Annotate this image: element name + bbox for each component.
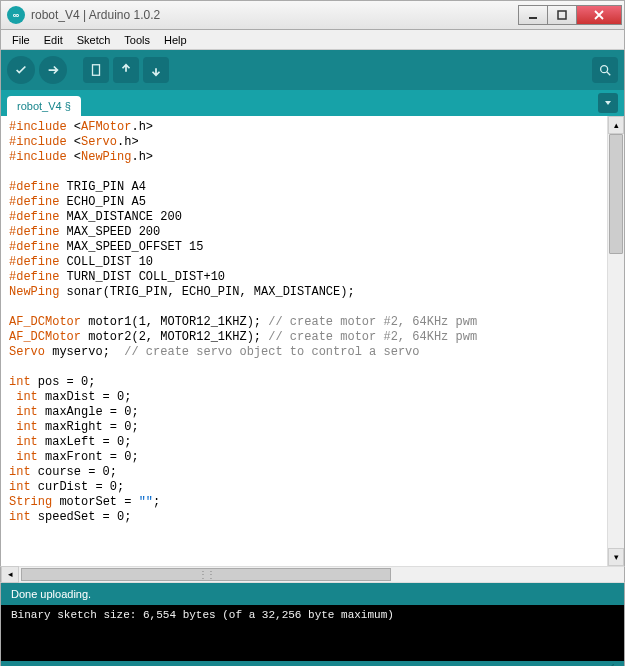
scrollbar-thumb[interactable]	[609, 134, 623, 254]
code-line	[9, 300, 599, 315]
title-bar: ∞ robot_V4 | Arduino 1.0.2	[0, 0, 625, 30]
horizontal-scrollbar[interactable]	[0, 566, 625, 583]
code-line: #define COLL_DIST 10	[9, 255, 599, 270]
code-line: #define MAX_SPEED_OFFSET 15	[9, 240, 599, 255]
code-line: #include <AFMotor.h>	[9, 120, 599, 135]
tab-menu-button[interactable]	[598, 93, 618, 113]
menu-help[interactable]: Help	[159, 32, 192, 48]
code-line: #include <Servo.h>	[9, 135, 599, 150]
code-line: #define ECHO_PIN A5	[9, 195, 599, 210]
status-message: Done uploading.	[11, 588, 91, 600]
code-line: int maxLeft = 0;	[9, 435, 599, 450]
code-line: #define TURN_DIST COLL_DIST+10	[9, 270, 599, 285]
status-bar: Done uploading.	[0, 583, 625, 605]
code-line: int course = 0;	[9, 465, 599, 480]
code-line: int pos = 0;	[9, 375, 599, 390]
code-line: Servo myservo; // create servo object to…	[9, 345, 599, 360]
code-line: AF_DCMotor motor2(2, MOTOR12_1KHZ); // c…	[9, 330, 599, 345]
footer-bar: 36 Arduino Uno on COM5	[0, 661, 625, 666]
svg-rect-2	[93, 65, 100, 76]
code-line: #define MAX_SPEED 200	[9, 225, 599, 240]
close-button[interactable]	[576, 5, 622, 25]
sketch-tab[interactable]: robot_V4 §	[7, 96, 81, 116]
menu-edit[interactable]: Edit	[39, 32, 68, 48]
menu-file[interactable]: File	[7, 32, 35, 48]
vertical-scrollbar[interactable]	[607, 116, 624, 566]
menu-bar: File Edit Sketch Tools Help	[0, 30, 625, 50]
code-line: int maxDist = 0;	[9, 390, 599, 405]
svg-rect-1	[558, 11, 566, 19]
code-line	[9, 165, 599, 180]
code-line: int speedSet = 0;	[9, 510, 599, 525]
code-line: String motorSet = "";	[9, 495, 599, 510]
code-line: #include <NewPing.h>	[9, 150, 599, 165]
serial-monitor-button[interactable]	[592, 57, 618, 83]
svg-rect-0	[529, 17, 537, 19]
minimize-button[interactable]	[518, 5, 548, 25]
code-line: int maxAngle = 0;	[9, 405, 599, 420]
window-title: robot_V4 | Arduino 1.0.2	[31, 8, 519, 22]
open-button[interactable]	[113, 57, 139, 83]
menu-tools[interactable]: Tools	[119, 32, 155, 48]
menu-sketch[interactable]: Sketch	[72, 32, 116, 48]
code-line: #define TRIG_PIN A4	[9, 180, 599, 195]
code-line	[9, 360, 599, 375]
maximize-button[interactable]	[547, 5, 577, 25]
code-line: AF_DCMotor motor1(1, MOTOR12_1KHZ); // c…	[9, 315, 599, 330]
code-editor[interactable]: #include <AFMotor.h>#include <Servo.h>#i…	[1, 116, 607, 566]
code-line: int maxRight = 0;	[9, 420, 599, 435]
svg-point-3	[601, 66, 608, 73]
toolbar	[0, 50, 625, 90]
console-line: Binary sketch size: 6,554 bytes (of a 32…	[11, 609, 614, 621]
code-line: #define MAX_DISTANCE 200	[9, 210, 599, 225]
app-icon: ∞	[7, 6, 25, 24]
upload-button[interactable]	[39, 56, 67, 84]
tab-bar: robot_V4 §	[0, 90, 625, 116]
editor-area: #include <AFMotor.h>#include <Servo.h>#i…	[0, 116, 625, 566]
code-line: int maxFront = 0;	[9, 450, 599, 465]
verify-button[interactable]	[7, 56, 35, 84]
save-button[interactable]	[143, 57, 169, 83]
scrollbar-thumb[interactable]	[21, 568, 391, 581]
code-line: NewPing sonar(TRIG_PIN, ECHO_PIN, MAX_DI…	[9, 285, 599, 300]
console-output[interactable]: Binary sketch size: 6,554 bytes (of a 32…	[0, 605, 625, 661]
code-line: int curDist = 0;	[9, 480, 599, 495]
new-button[interactable]	[83, 57, 109, 83]
